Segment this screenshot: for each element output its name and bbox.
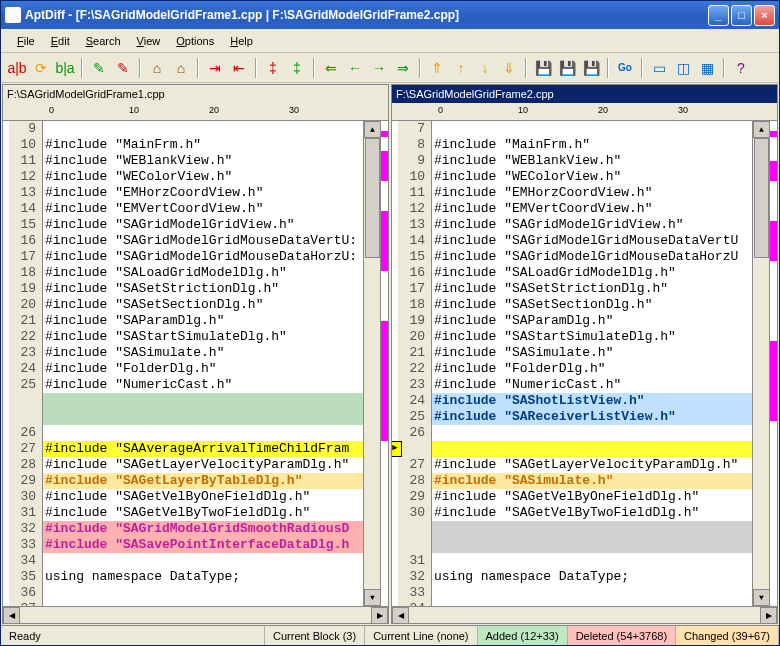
- code-line[interactable]: #include "SALoadGridModelDlg.h": [432, 265, 752, 281]
- code-line[interactable]: [43, 409, 363, 425]
- code-line[interactable]: [432, 537, 752, 553]
- code-line[interactable]: #include "SAParamDlg.h": [43, 313, 363, 329]
- code-line[interactable]: #include "SAGetLayerByTableDlg.h": [43, 473, 363, 489]
- left-code-area[interactable]: 9101112131415161718192021222324252627282…: [3, 121, 388, 606]
- tool-last-icon[interactable]: ⇒: [393, 58, 413, 78]
- code-line[interactable]: #include "SALoadGridModelDlg.h": [43, 265, 363, 281]
- left-pane-header[interactable]: F:\SAGridModelGridFrame1.cpp: [3, 85, 388, 103]
- left-overview-strip[interactable]: [380, 121, 388, 606]
- code-line[interactable]: #include "SAGridModelGridMouseDataHorzU: [432, 249, 752, 265]
- tool-same-mark-icon[interactable]: ‡: [287, 58, 307, 78]
- code-line[interactable]: #include "SAGetVelByTwoFieldDlg.h": [432, 505, 752, 521]
- code-line[interactable]: [432, 553, 752, 569]
- tool-save2-icon[interactable]: 💾: [557, 58, 577, 78]
- code-line[interactable]: #include "SASimulate.h": [432, 345, 752, 361]
- tool-diff-mark-icon[interactable]: ‡: [263, 58, 283, 78]
- code-line[interactable]: #include "SAGetLayerVelocityParamDlg.h": [432, 457, 752, 473]
- tool-home2-icon[interactable]: ⌂: [171, 58, 191, 78]
- left-scroll-v[interactable]: ▲ ▼: [363, 121, 380, 606]
- menu-edit[interactable]: Edit: [43, 33, 78, 49]
- code-line[interactable]: #include "EMHorzCoordView.h": [43, 185, 363, 201]
- tool-up-icon[interactable]: ↑: [451, 58, 471, 78]
- scroll-up-icon[interactable]: ▲: [753, 121, 770, 138]
- code-line[interactable]: #include "MainFrm.h": [432, 137, 752, 153]
- tool-prev-icon[interactable]: ←: [345, 58, 365, 78]
- tool-compare-icon[interactable]: a|b: [7, 58, 27, 78]
- tool-view3-icon[interactable]: ▦: [697, 58, 717, 78]
- code-line[interactable]: #include "FolderDlg.h": [43, 361, 363, 377]
- right-scroll-h[interactable]: ◀ ▶: [392, 606, 777, 623]
- code-line[interactable]: #include "SASetSectionDlg.h": [43, 297, 363, 313]
- close-button[interactable]: ×: [754, 5, 775, 26]
- code-line[interactable]: #include "SASetStrictionDlg.h": [43, 281, 363, 297]
- right-overview-strip[interactable]: [769, 121, 777, 606]
- code-line[interactable]: #include "SAGetVelByOneFieldDlg.h": [43, 489, 363, 505]
- tool-save1-icon[interactable]: 💾: [533, 58, 553, 78]
- left-code[interactable]: #include "MainFrm.h"#include "WEBlankVie…: [43, 121, 363, 606]
- tool-down-icon[interactable]: ↓: [475, 58, 495, 78]
- scroll-down-icon[interactable]: ▼: [753, 589, 770, 606]
- scroll-left-icon[interactable]: ◀: [392, 607, 409, 624]
- code-line[interactable]: #include "SAGridModelGridSmoothRadiousD: [43, 521, 363, 537]
- code-line[interactable]: #include "WEBlankView.h": [43, 153, 363, 169]
- scroll-left-icon[interactable]: ◀: [3, 607, 20, 624]
- code-line[interactable]: #include "SAGridModelGridMouseDataVertU:: [43, 233, 363, 249]
- tool-help-icon[interactable]: ?: [731, 58, 751, 78]
- tool-go-icon[interactable]: Go: [615, 58, 635, 78]
- tool-first-icon[interactable]: ⇐: [321, 58, 341, 78]
- code-line[interactable]: #include "SAGetLayerVelocityParamDlg.h": [43, 457, 363, 473]
- code-line[interactable]: #include "SASavePointInterfaceDataDlg.h: [43, 537, 363, 553]
- code-line[interactable]: #include "SAStartSimulateDlg.h": [432, 329, 752, 345]
- code-line[interactable]: [432, 521, 752, 537]
- code-line[interactable]: #include "WEBlankView.h": [432, 153, 752, 169]
- code-line[interactable]: [43, 553, 363, 569]
- code-line[interactable]: #include "EMVertCoordView.h": [432, 201, 752, 217]
- right-pane-header[interactable]: F:\SAGridModelGridFrame2.cpp: [392, 85, 777, 103]
- code-line[interactable]: #include "SASimulate.h": [43, 345, 363, 361]
- tool-edit2-icon[interactable]: ✎: [113, 58, 133, 78]
- code-line[interactable]: #include "SAGridModelGridView.h": [432, 217, 752, 233]
- code-line[interactable]: #include "SAGridModelGridView.h": [43, 217, 363, 233]
- code-line[interactable]: #include "SASetSectionDlg.h": [432, 297, 752, 313]
- tool-down-last-icon[interactable]: ⇓: [499, 58, 519, 78]
- menu-view[interactable]: View: [129, 33, 169, 49]
- code-line[interactable]: #include "NumericCast.h": [43, 377, 363, 393]
- code-line[interactable]: [43, 425, 363, 441]
- code-line[interactable]: #include "EMVertCoordView.h": [43, 201, 363, 217]
- left-scroll-h[interactable]: ◀ ▶: [3, 606, 388, 623]
- code-line[interactable]: [43, 121, 363, 137]
- code-line[interactable]: [432, 585, 752, 601]
- code-line[interactable]: #include "EMHorzCoordView.h": [432, 185, 752, 201]
- right-scroll-v[interactable]: ▲ ▼: [752, 121, 769, 606]
- tool-home1-icon[interactable]: ⌂: [147, 58, 167, 78]
- scroll-right-icon[interactable]: ▶: [371, 607, 388, 624]
- tool-refresh-icon[interactable]: ⟳: [31, 58, 51, 78]
- code-line[interactable]: #include "SASetStrictionDlg.h": [432, 281, 752, 297]
- code-line[interactable]: using namespace DataType;: [43, 569, 363, 585]
- code-line[interactable]: [43, 393, 363, 409]
- tool-view2-icon[interactable]: ◫: [673, 58, 693, 78]
- code-line[interactable]: [43, 601, 363, 606]
- tool-copy-left-icon[interactable]: ⇤: [229, 58, 249, 78]
- code-line[interactable]: #include "NumericCast.h": [432, 377, 752, 393]
- code-line[interactable]: #include "SAStartSimulateDlg.h": [43, 329, 363, 345]
- code-line[interactable]: #include "SAGridModelGridMouseDataVertU: [432, 233, 752, 249]
- menu-options[interactable]: Options: [168, 33, 222, 49]
- minimize-button[interactable]: _: [708, 5, 729, 26]
- code-line[interactable]: [43, 585, 363, 601]
- code-line[interactable]: #include "WEColorView.h": [432, 169, 752, 185]
- right-code[interactable]: #include "MainFrm.h"#include "WEBlankVie…: [432, 121, 752, 606]
- code-line[interactable]: #include "SAShotListView.h": [432, 393, 752, 409]
- code-line[interactable]: using namespace DataType;: [432, 569, 752, 585]
- code-line[interactable]: #include "SAGridModelGridMouseDataHorzU:: [43, 249, 363, 265]
- code-line[interactable]: #include "SAParamDlg.h": [432, 313, 752, 329]
- code-line[interactable]: #include "SAGetVelByOneFieldDlg.h": [432, 489, 752, 505]
- scroll-thumb[interactable]: [365, 138, 380, 258]
- code-line[interactable]: #include "WEColorView.h": [43, 169, 363, 185]
- menu-search[interactable]: Search: [78, 33, 129, 49]
- tool-next-icon[interactable]: →: [369, 58, 389, 78]
- code-line[interactable]: #include "MainFrm.h": [43, 137, 363, 153]
- menu-file[interactable]: File: [9, 33, 43, 49]
- scroll-right-icon[interactable]: ▶: [760, 607, 777, 624]
- maximize-button[interactable]: □: [731, 5, 752, 26]
